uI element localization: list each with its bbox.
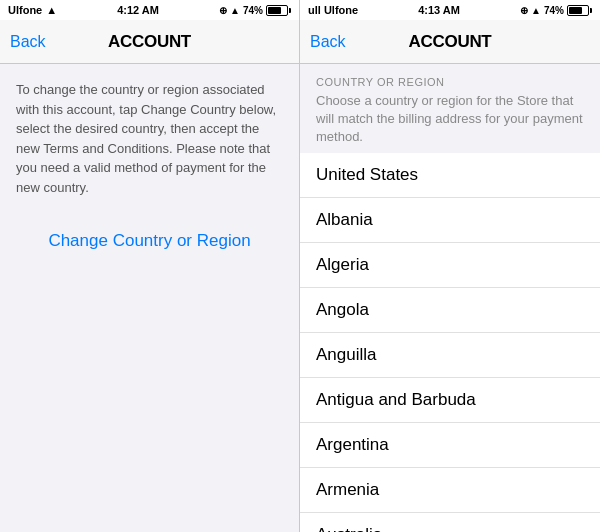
- left-time: 4:12 AM: [117, 4, 159, 16]
- country-item[interactable]: Armenia: [300, 468, 600, 513]
- left-signal2-icon: ▲: [230, 5, 240, 16]
- section-header: COUNTRY OR REGION Choose a country or re…: [300, 64, 600, 153]
- country-item[interactable]: Anguilla: [300, 333, 600, 378]
- right-wifi-icon: ⊕: [520, 5, 528, 16]
- country-item[interactable]: Angola: [300, 288, 600, 333]
- section-header-title: COUNTRY OR REGION: [316, 76, 584, 88]
- section-header-desc: Choose a country or region for the Store…: [316, 92, 584, 147]
- right-status-bar-left: ull Ulfone: [308, 4, 358, 16]
- left-screen: Ulfone ▲ 4:12 AM ⊕ ▲ 74% Back ACCOUNT To…: [0, 0, 300, 532]
- right-back-button[interactable]: Back: [310, 33, 346, 51]
- right-nav-bar: Back ACCOUNT: [300, 20, 600, 64]
- country-item[interactable]: Australia: [300, 513, 600, 532]
- left-wifi-icon: ⊕: [219, 5, 227, 16]
- left-status-bar-left: Ulfone ▲: [8, 4, 57, 16]
- country-item[interactable]: Argentina: [300, 423, 600, 468]
- country-item[interactable]: Algeria: [300, 243, 600, 288]
- left-battery-icon: [266, 5, 291, 16]
- info-text-block: To change the country or region associat…: [0, 64, 299, 217]
- right-battery-icon: [567, 5, 592, 16]
- left-battery-percent: 74%: [243, 5, 263, 16]
- left-carrier: Ulfone: [8, 4, 42, 16]
- change-country-section: Change Country or Region: [0, 217, 299, 265]
- left-status-bar: Ulfone ▲ 4:12 AM ⊕ ▲ 74%: [0, 0, 299, 20]
- right-screen: ull Ulfone 4:13 AM ⊕ ▲ 74% Back ACCOUNT …: [300, 0, 600, 532]
- right-battery-percent: 74%: [544, 5, 564, 16]
- country-item[interactable]: Antigua and Barbuda: [300, 378, 600, 423]
- info-text: To change the country or region associat…: [16, 80, 283, 197]
- left-nav-title: ACCOUNT: [108, 32, 191, 52]
- left-back-button[interactable]: Back: [10, 33, 46, 51]
- right-carrier: ull Ulfone: [308, 4, 358, 16]
- right-nav-title: ACCOUNT: [409, 32, 492, 52]
- right-signal-icon: ▲: [531, 5, 541, 16]
- left-content: To change the country or region associat…: [0, 64, 299, 532]
- country-item[interactable]: Albania: [300, 198, 600, 243]
- right-time: 4:13 AM: [418, 4, 460, 16]
- left-status-bar-right: ⊕ ▲ 74%: [219, 5, 291, 16]
- right-status-bar-right: ⊕ ▲ 74%: [520, 5, 592, 16]
- right-status-bar: ull Ulfone 4:13 AM ⊕ ▲ 74%: [300, 0, 600, 20]
- change-country-button[interactable]: Change Country or Region: [16, 231, 283, 251]
- country-list: United StatesAlbaniaAlgeriaAngolaAnguill…: [300, 153, 600, 532]
- left-nav-bar: Back ACCOUNT: [0, 20, 299, 64]
- country-item[interactable]: United States: [300, 153, 600, 198]
- left-signal-icon: ▲: [46, 4, 57, 16]
